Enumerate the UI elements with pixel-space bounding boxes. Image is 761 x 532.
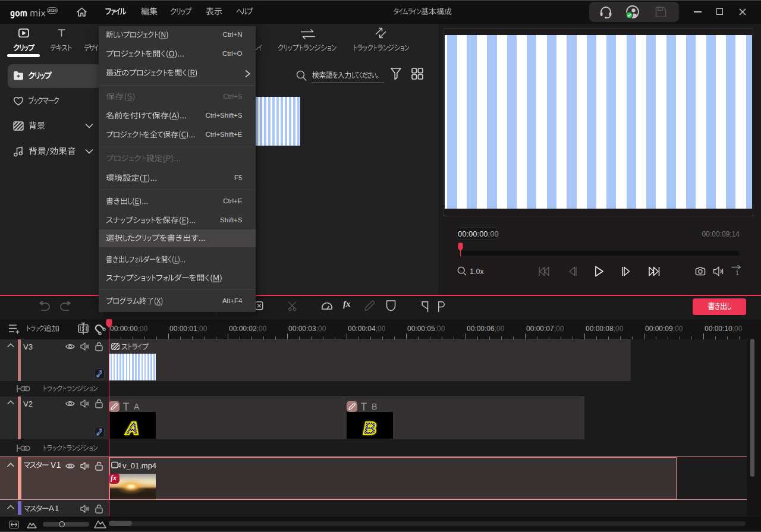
svg-text:1: 1	[735, 269, 739, 276]
